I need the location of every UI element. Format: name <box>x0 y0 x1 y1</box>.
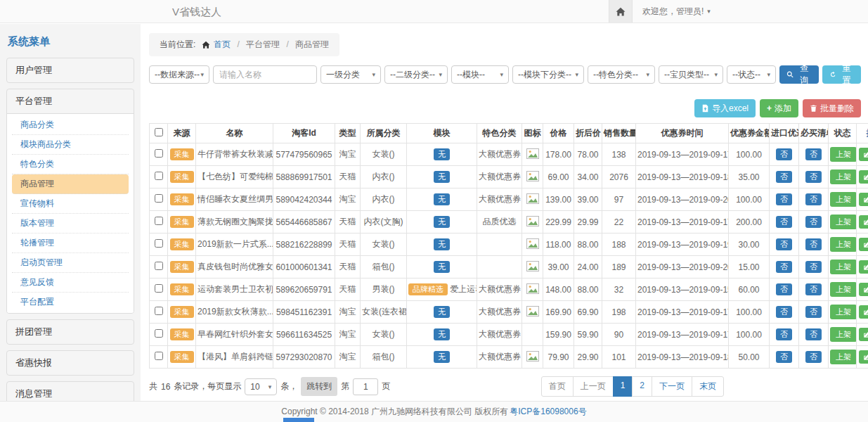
sidebar-item[interactable]: 模块商品分类 <box>12 135 129 155</box>
sidebar-item[interactable]: 轮播管理 <box>12 234 129 253</box>
reset-button[interactable]: 重置 <box>822 65 862 84</box>
status-button[interactable]: 上架 <box>830 192 857 207</box>
must-buy-badge[interactable]: 否 <box>805 193 822 205</box>
sidebar-item[interactable]: 意见反馈 <box>12 273 129 293</box>
page-button[interactable]: 上一页 <box>573 376 614 397</box>
row-checkbox[interactable] <box>155 307 163 315</box>
edit-button[interactable] <box>859 260 868 274</box>
sidebar-item[interactable]: 商品管理 <box>12 174 129 194</box>
shop-type: 淘宝 <box>335 301 361 324</box>
row-checkbox[interactable] <box>155 329 163 338</box>
jump-button[interactable]: 跳转到 <box>301 377 337 396</box>
must-buy-badge[interactable]: 否 <box>805 261 822 273</box>
filter-select-level2-category[interactable]: --二级分类--▾ <box>384 65 448 84</box>
status-button[interactable]: 上架 <box>830 350 857 364</box>
sidebar-section-header[interactable]: 拼团管理 <box>7 320 134 344</box>
sidebar-section-header[interactable]: 消息管理 <box>7 382 134 401</box>
import-select-badge[interactable]: 否 <box>776 283 792 295</box>
icp-link[interactable]: 粤ICP备16098006号 <box>510 406 586 418</box>
filter-select-data-source[interactable]: --数据来源--▾ <box>149 65 209 84</box>
batch-delete-button[interactable]: 批量删除 <box>803 99 861 117</box>
import-select-badge[interactable]: 否 <box>776 148 792 160</box>
source-badge: 采集 <box>170 328 194 340</box>
sidebar-item[interactable]: 商品分类 <box>12 115 129 135</box>
edit-button[interactable] <box>859 328 868 341</box>
import-select-badge[interactable]: 否 <box>776 171 792 183</box>
import-excel-button[interactable]: 导入excel <box>694 99 756 117</box>
status-button[interactable]: 上架 <box>830 147 857 162</box>
filter-select-level1-category[interactable]: 一级分类▾ <box>320 65 381 84</box>
import-select-badge[interactable]: 否 <box>776 193 792 205</box>
status-button[interactable]: 上架 <box>830 260 857 274</box>
row-checkbox[interactable] <box>155 172 163 180</box>
row-checkbox[interactable] <box>155 239 163 248</box>
row-checkbox[interactable] <box>155 149 163 158</box>
query-button[interactable]: 查询 <box>779 65 819 84</box>
sidebar-item[interactable]: 启动页管理 <box>12 253 129 273</box>
select-all-checkbox[interactable] <box>155 128 163 136</box>
sidebar-section-header[interactable]: 平台管理 <box>7 89 134 113</box>
page-button[interactable]: 下一页 <box>652 376 692 397</box>
filter-select-feature-category[interactable]: --特色分类--▾ <box>588 65 655 84</box>
must-buy-badge[interactable]: 否 <box>805 283 822 295</box>
edit-button[interactable] <box>859 170 868 184</box>
page-button[interactable]: 末页 <box>692 376 724 397</box>
user-menu[interactable]: 欢迎您，管理员! ▾ <box>642 6 711 18</box>
status-button[interactable]: 上架 <box>830 215 857 229</box>
row-checkbox[interactable] <box>155 352 163 360</box>
status-button[interactable]: 上架 <box>830 170 857 184</box>
import-select-badge[interactable]: 否 <box>776 216 792 228</box>
sidebar-section-header[interactable]: 用户管理 <box>7 58 134 82</box>
breadcrumb-home-link[interactable]: 首页 <box>198 39 233 49</box>
must-buy-badge[interactable]: 否 <box>805 328 822 340</box>
edit-button[interactable] <box>859 305 868 319</box>
discount-price: 29.90 <box>574 346 602 369</box>
import-select-badge[interactable]: 否 <box>776 328 792 340</box>
row-checkbox[interactable] <box>155 284 163 293</box>
filter-select-module[interactable]: --模块--▾ <box>451 65 509 84</box>
edit-button[interactable] <box>859 238 868 251</box>
import-select-badge[interactable]: 否 <box>776 351 792 363</box>
per-page-select[interactable]: 10 ▾ <box>245 378 277 395</box>
sidebar-section-header[interactable]: 省惠快报 <box>7 351 134 375</box>
must-buy-badge[interactable]: 否 <box>805 148 822 160</box>
status-button[interactable]: 上架 <box>830 237 857 252</box>
status-button[interactable]: 上架 <box>830 327 857 342</box>
must-buy-badge[interactable]: 否 <box>805 351 822 363</box>
filter-select-module-subcategory[interactable]: --模块下分类--▾ <box>512 65 584 84</box>
page-button[interactable]: 2 <box>632 376 652 397</box>
page-button[interactable]: 首页 <box>541 376 574 397</box>
edit-button[interactable] <box>859 283 868 296</box>
row-checkbox[interactable] <box>155 194 163 203</box>
filter-select-item-type[interactable]: --宝贝类型--▾ <box>659 65 723 84</box>
row-checkbox[interactable] <box>155 262 163 270</box>
home-button[interactable] <box>609 0 633 23</box>
page-button[interactable]: 1 <box>613 376 633 397</box>
import-select-badge[interactable]: 否 <box>776 261 792 273</box>
sidebar-item[interactable]: 平台配置 <box>12 293 129 312</box>
must-buy-badge[interactable]: 否 <box>805 306 822 318</box>
edit-button[interactable] <box>859 193 868 206</box>
status-button[interactable]: 上架 <box>830 282 857 297</box>
sidebar-item[interactable]: 特色分类 <box>12 155 129 174</box>
must-buy-badge[interactable]: 否 <box>805 171 822 183</box>
edit-button[interactable] <box>859 350 868 364</box>
filter-select-status[interactable]: --状态--▾ <box>727 65 776 84</box>
page-number-input[interactable] <box>353 378 378 395</box>
caret-down-icon: ▾ <box>439 71 442 78</box>
caret-down-icon: ▾ <box>200 71 204 78</box>
column-header: 必买清单 <box>799 124 829 143</box>
edit-button[interactable] <box>859 148 868 161</box>
must-buy-badge[interactable]: 否 <box>805 238 822 250</box>
import-select-badge[interactable]: 否 <box>776 238 792 250</box>
edit-button[interactable] <box>859 215 868 229</box>
pagination-summary: 共16条记录，每页显示 10 ▾ 条， 跳转到 第 页 <box>149 377 390 396</box>
status-button[interactable]: 上架 <box>830 305 857 319</box>
sidebar-item[interactable]: 版本管理 <box>12 214 129 234</box>
import-select-badge[interactable]: 否 <box>776 306 792 318</box>
sidebar-item[interactable]: 宣传物料 <box>12 194 129 214</box>
name-search-input[interactable] <box>213 65 317 84</box>
add-button[interactable]: + 添加 <box>760 99 798 117</box>
row-checkbox[interactable] <box>155 217 163 225</box>
must-buy-badge[interactable]: 否 <box>805 216 822 228</box>
